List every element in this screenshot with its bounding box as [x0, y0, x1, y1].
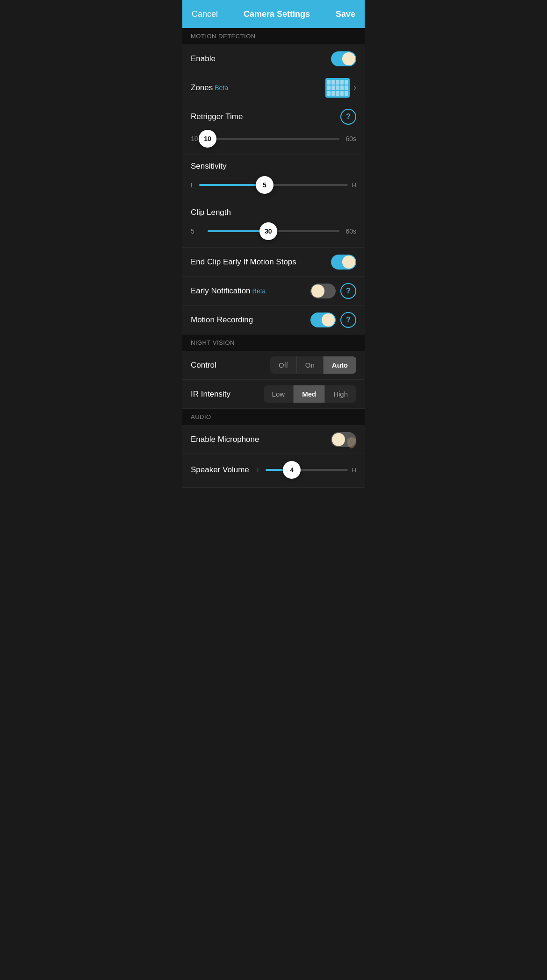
cancel-button[interactable]: Cancel — [192, 9, 218, 19]
section-audio: AUDIO — [182, 409, 365, 425]
toggle-thumb — [311, 284, 324, 298]
enable-microphone-label: Enable Microphone — [191, 435, 331, 444]
sensitivity-label: Sensitivity — [191, 162, 356, 171]
speaker-volume-max: H — [352, 467, 356, 474]
retrigger-slider[interactable]: 10 — [208, 129, 339, 148]
toggle-thumb — [332, 433, 345, 446]
retrigger-label: Retrigger Time — [191, 112, 340, 121]
segment-auto[interactable]: Auto — [324, 356, 356, 374]
speaker-volume-row: Speaker Volume L 4 H — [182, 454, 365, 488]
speaker-volume-label: Speaker Volume — [191, 465, 252, 475]
control-row: Control Off On Auto — [182, 351, 365, 380]
clip-length-max: 60s — [343, 227, 356, 235]
segment-low[interactable]: Low — [264, 385, 294, 403]
clip-length-min: 5 — [191, 227, 204, 235]
header: Cancel Camera Settings Save — [182, 0, 365, 28]
sensitivity-thumb[interactable]: 5 — [256, 176, 274, 194]
segment-off[interactable]: Off — [270, 356, 297, 374]
sensitivity-slider[interactable]: 5 — [199, 176, 348, 194]
save-button[interactable]: Save — [336, 9, 355, 19]
retrigger-time-row: Retrigger Time ? 10 10 60s — [182, 102, 365, 155]
chevron-right-icon: › — [353, 83, 356, 92]
enable-microphone-row: Enable Microphone — [182, 425, 365, 454]
enable-row: Enable — [182, 44, 365, 73]
retrigger-help-button[interactable]: ? — [340, 109, 356, 125]
sensitivity-row: Sensitivity L 5 H — [182, 155, 365, 201]
enable-toggle[interactable] — [331, 51, 356, 66]
sensitivity-fill — [199, 184, 265, 186]
microphone-toggle-wrapper — [331, 432, 356, 447]
speaker-volume-slider[interactable]: 4 — [266, 461, 348, 479]
early-notification-row: Early NotificationBeta ? — [182, 277, 365, 305]
control-label: Control — [191, 361, 270, 370]
ir-intensity-label: IR Intensity — [191, 390, 264, 399]
section-motion-detection: MOTION DETECTION — [182, 28, 365, 44]
clip-length-thumb[interactable]: 30 — [259, 222, 277, 240]
motion-recording-help-button[interactable]: ? — [340, 312, 356, 328]
clip-length-row: Clip Length 5 30 60s — [182, 201, 365, 248]
speaker-volume-thumb[interactable]: 4 — [283, 461, 301, 479]
page-title: Camera Settings — [244, 9, 310, 19]
shield-icon — [345, 436, 358, 449]
early-notification-toggle[interactable] — [310, 284, 336, 298]
ir-intensity-segment: Low Med High — [264, 385, 356, 403]
early-notification-label: Early NotificationBeta — [191, 286, 310, 296]
motion-recording-toggle[interactable] — [310, 312, 336, 327]
end-clip-early-row: End Clip Early If Motion Stops — [182, 248, 365, 277]
retrigger-max: 60s — [343, 135, 356, 142]
clip-length-slider[interactable]: 30 — [208, 222, 339, 241]
end-clip-early-toggle[interactable] — [331, 255, 356, 270]
segment-high[interactable]: High — [325, 385, 356, 403]
early-notification-help-button[interactable]: ? — [340, 283, 356, 299]
clip-length-label: Clip Length — [191, 208, 356, 217]
motion-recording-row: Motion Recording ? — [182, 305, 365, 334]
enable-label: Enable — [191, 54, 331, 64]
ir-intensity-row: IR Intensity Low Med High — [182, 380, 365, 409]
retrigger-thumb[interactable]: 10 — [199, 130, 216, 148]
night-vision-control-segment: Off On Auto — [270, 356, 356, 374]
zones-row[interactable]: ZonesBeta › — [182, 73, 365, 102]
speaker-volume-min: L — [257, 467, 262, 474]
section-night-vision: NIGHT VISION — [182, 334, 365, 351]
zones-grid-icon — [325, 78, 350, 98]
sensitivity-min: L — [191, 182, 195, 189]
sensitivity-max: H — [352, 182, 356, 189]
zones-label: ZonesBeta — [191, 83, 325, 92]
motion-recording-label: Motion Recording — [191, 315, 310, 325]
toggle-thumb — [342, 256, 355, 269]
toggle-thumb — [342, 52, 355, 65]
toggle-thumb — [322, 313, 335, 327]
segment-on[interactable]: On — [297, 356, 324, 374]
end-clip-early-label: End Clip Early If Motion Stops — [191, 257, 331, 267]
segment-med[interactable]: Med — [294, 385, 325, 403]
